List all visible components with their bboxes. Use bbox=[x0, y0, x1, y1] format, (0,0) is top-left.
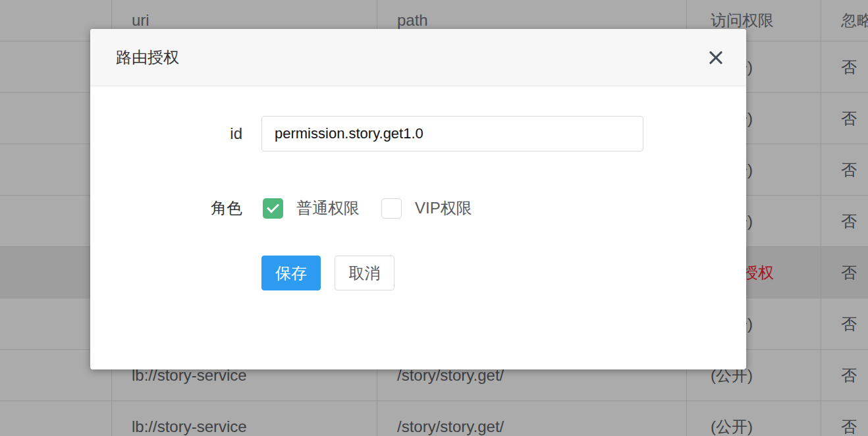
cancel-button[interactable]: 取消 bbox=[335, 256, 394, 290]
checkbox-vip-permission-unchecked[interactable] bbox=[381, 198, 402, 219]
id-input[interactable] bbox=[261, 116, 643, 151]
checkbox-vip-permission-label[interactable]: VIP权限 bbox=[415, 198, 472, 219]
id-label: id bbox=[90, 124, 242, 143]
checkbox-normal-permission-label[interactable]: 普通权限 bbox=[296, 198, 360, 219]
role-label: 角色 bbox=[90, 198, 242, 219]
screen: uri path 访问权限 忽略 (公开) 否 (公开) 否 (公开) 否 bbox=[0, 0, 868, 436]
modal-body: id 角色 普通权限 VIP权限 保存 取消 bbox=[90, 86, 746, 290]
modal-header: 路由授权 bbox=[90, 29, 746, 86]
route-auth-modal: 路由授权 id 角色 普通权限 VIP权限 保存 取消 bbox=[90, 29, 746, 369]
id-form-row: id bbox=[90, 116, 746, 151]
save-button[interactable]: 保存 bbox=[261, 256, 321, 290]
checkbox-normal-permission-checked[interactable] bbox=[263, 198, 283, 219]
roles-form-row: 角色 普通权限 VIP权限 bbox=[90, 198, 746, 219]
close-icon[interactable] bbox=[707, 49, 724, 66]
modal-title: 路由授权 bbox=[116, 47, 179, 68]
actions-row: 保存 取消 bbox=[90, 256, 746, 290]
